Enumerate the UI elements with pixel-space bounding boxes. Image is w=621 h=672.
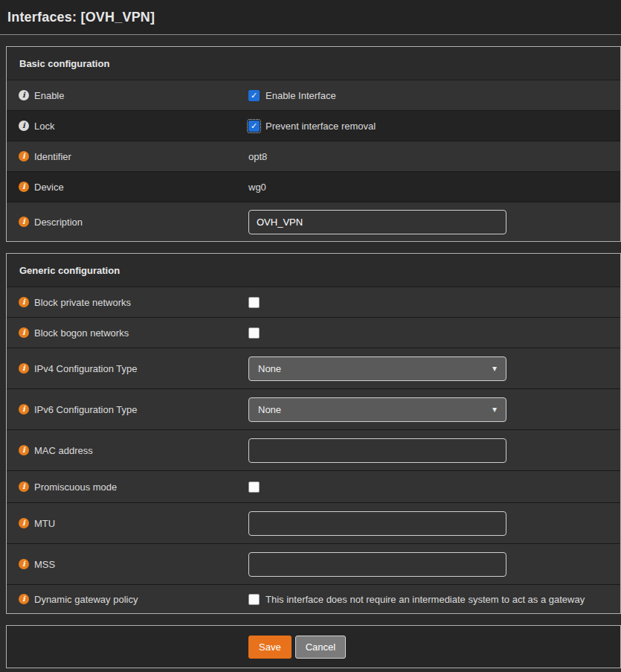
field-label-block-private: Block private networks <box>34 297 131 308</box>
info-icon[interactable]: i <box>19 404 29 415</box>
info-icon[interactable]: i <box>19 297 29 307</box>
row-ipv4-type: i IPv4 Configuration Type None ▾ <box>7 348 620 388</box>
row-block-bogon: i Block bogon networks <box>7 317 620 348</box>
row-device: i Device wg0 <box>7 171 620 202</box>
info-icon[interactable]: i <box>19 481 29 492</box>
field-label-mac-address: MAC address <box>34 445 93 456</box>
caret-down-icon: ▾ <box>492 404 497 415</box>
field-label-mtu: MTU <box>34 518 55 529</box>
cancel-button[interactable]: Cancel <box>295 636 346 659</box>
info-icon[interactable]: i <box>19 217 29 227</box>
block-bogon-checkbox[interactable] <box>248 327 260 339</box>
row-mss: i MSS <box>7 543 620 584</box>
info-icon[interactable]: i <box>19 594 29 604</box>
info-icon[interactable]: i <box>19 90 29 100</box>
info-icon[interactable]: i <box>19 559 29 569</box>
field-label-device: Device <box>34 182 64 193</box>
field-label-ipv4-type: IPv4 Configuration Type <box>34 363 138 374</box>
info-icon[interactable]: i <box>19 151 29 161</box>
basic-configuration-panel: Basic configuration i Enable ✓ Enable In… <box>6 46 621 242</box>
dynamic-gateway-checkbox[interactable] <box>248 594 260 605</box>
field-label-dynamic-gateway: Dynamic gateway policy <box>34 594 138 605</box>
section-title: Generic configuration <box>19 265 120 276</box>
info-icon[interactable]: i <box>19 327 29 338</box>
row-promiscuous: i Promiscuous mode <box>7 470 620 502</box>
row-block-private: i Block private networks <box>7 287 620 317</box>
info-icon[interactable]: i <box>19 363 29 374</box>
mss-input[interactable] <box>248 552 506 577</box>
row-ipv6-type: i IPv6 Configuration Type None ▾ <box>7 388 620 429</box>
info-icon[interactable]: i <box>19 445 29 455</box>
check-icon: ✓ <box>251 122 257 130</box>
field-label-block-bogon: Block bogon networks <box>34 327 129 339</box>
lock-checkbox-label: Prevent interface removal <box>266 121 376 132</box>
page-title: Interfaces: [OVH_VPN] <box>7 10 155 25</box>
mtu-input[interactable] <box>248 511 506 536</box>
lock-checkbox[interactable]: ✓ <box>248 121 260 132</box>
description-input[interactable] <box>248 210 506 234</box>
field-label-enable: Enable <box>34 90 64 101</box>
info-icon[interactable]: i <box>19 518 29 528</box>
caret-down-icon: ▾ <box>492 363 497 374</box>
identifier-value: opt8 <box>248 151 267 162</box>
field-label-promiscuous: Promiscuous mode <box>34 481 117 493</box>
page-header: Interfaces: [OVH_VPN] <box>0 0 621 35</box>
row-mac-address: i MAC address <box>7 429 620 470</box>
device-value: wg0 <box>248 182 266 193</box>
mac-address-input[interactable] <box>248 438 506 463</box>
field-label-mss: MSS <box>34 559 55 570</box>
enable-interface-checkbox[interactable]: ✓ <box>248 90 260 101</box>
dynamic-gateway-checkbox-label: This interface does not require an inter… <box>266 594 585 605</box>
field-label-identifier: Identifier <box>34 151 71 162</box>
promiscuous-mode-checkbox[interactable] <box>248 481 260 493</box>
ipv4-type-select[interactable]: None ▾ <box>248 356 506 381</box>
field-label-description: Description <box>34 217 83 228</box>
info-icon[interactable]: i <box>19 182 29 192</box>
field-label-lock: Lock <box>34 121 54 132</box>
generic-configuration-header: Generic configuration <box>7 254 620 287</box>
block-private-checkbox[interactable] <box>248 297 260 308</box>
save-button[interactable]: Save <box>248 636 292 659</box>
row-lock: i Lock ✓ Prevent interface removal <box>7 110 620 141</box>
actions-panel: Save Cancel <box>6 625 621 668</box>
basic-configuration-header: Basic configuration <box>7 47 620 80</box>
row-dynamic-gateway: i Dynamic gateway policy This interface … <box>7 584 620 613</box>
row-mtu: i MTU <box>7 502 620 543</box>
ipv4-type-selected-value: None <box>258 363 281 374</box>
enable-checkbox-label: Enable Interface <box>266 90 336 101</box>
ipv6-type-select[interactable]: None ▾ <box>248 397 506 422</box>
section-title: Basic configuration <box>19 58 109 69</box>
check-icon: ✓ <box>251 92 257 100</box>
ipv6-type-selected-value: None <box>258 404 281 415</box>
field-label-ipv6-type: IPv6 Configuration Type <box>34 404 138 415</box>
generic-configuration-panel: Generic configuration i Block private ne… <box>6 253 621 614</box>
row-identifier: i Identifier opt8 <box>7 141 620 171</box>
row-description: i Description <box>7 202 620 241</box>
row-enable: i Enable ✓ Enable Interface <box>7 80 620 110</box>
info-icon[interactable]: i <box>19 121 29 131</box>
